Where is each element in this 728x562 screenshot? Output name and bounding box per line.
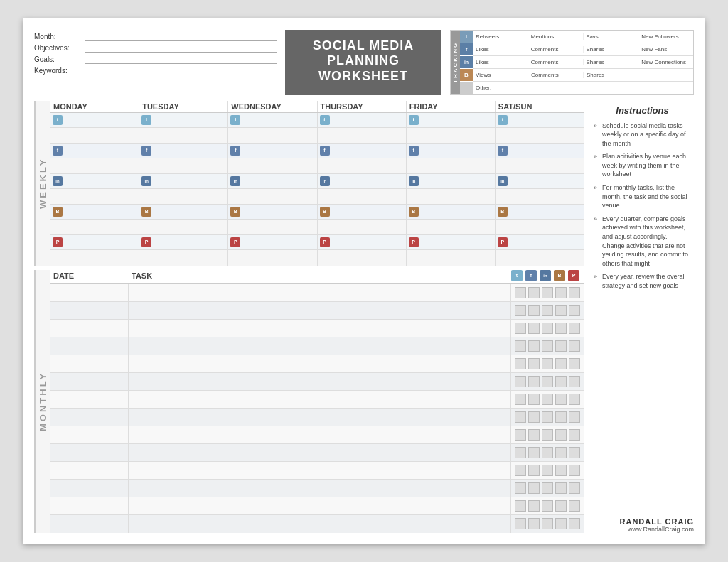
monthly-cb4-f[interactable] [528,340,540,352]
monthly-cb4-li[interactable] [542,340,553,352]
monthly-cb12-bl[interactable] [555,482,567,494]
w-mon-pin[interactable]: P [50,235,139,249]
monthly-task-13[interactable] [129,497,511,514]
monthly-cb5-bl[interactable] [555,358,567,369]
monthly-cb14-li[interactable] [542,518,553,529]
monthly-cb4-pin[interactable] [569,340,580,352]
w-tue-pin-content[interactable] [139,250,228,266]
monthly-date-8[interactable] [50,409,129,426]
monthly-cb11-pin[interactable] [569,465,580,476]
w-tue-fb[interactable]: f [139,144,228,158]
monthly-cb8-bl[interactable] [555,411,567,423]
w-thu-pin-content[interactable] [318,250,407,266]
monthly-cb9-pin[interactable] [569,429,580,441]
monthly-cb3-li[interactable] [542,323,553,334]
monthly-cb1-t[interactable] [515,287,526,298]
monthly-task-8[interactable] [129,409,511,426]
monthly-cb8-pin[interactable] [569,411,580,423]
monthly-task-7[interactable] [129,391,511,408]
monthly-cb7-pin[interactable] [569,394,580,405]
monthly-cb11-li[interactable] [542,465,553,476]
w-fri-pin-content[interactable] [407,250,496,266]
w-thu-twitter[interactable]: t [318,113,407,127]
w-sat-fb-content[interactable] [496,158,584,173]
w-tue-li[interactable]: in [139,174,228,188]
monthly-task-10[interactable] [129,444,511,461]
w-mon-li[interactable]: in [50,174,139,188]
monthly-cb7-li[interactable] [542,394,553,405]
monthly-cb13-f[interactable] [528,500,540,512]
monthly-cb3-bl[interactable] [555,323,567,334]
monthly-cb6-pin[interactable] [569,376,580,387]
monthly-task-11[interactable] [129,462,511,479]
monthly-cb12-li[interactable] [542,482,553,494]
w-sat-t-content[interactable] [496,128,584,143]
w-thu-fb-content[interactable] [318,158,407,173]
w-wed-pin[interactable]: P [228,235,317,249]
monthly-cb2-t[interactable] [515,305,526,316]
monthly-task-5[interactable] [129,355,511,372]
monthly-cb9-li[interactable] [542,429,553,441]
w-fri-fb-content[interactable] [407,158,496,173]
monthly-cb1-li[interactable] [542,287,553,298]
monthly-task-12[interactable] [129,480,511,497]
monthly-cb3-f[interactable] [528,323,540,334]
monthly-cb10-bl[interactable] [555,447,567,458]
monthly-cb8-li[interactable] [542,411,553,423]
w-sat-bl-content[interactable] [496,220,584,234]
w-tue-pin[interactable]: P [139,235,228,249]
monthly-cb10-pin[interactable] [569,447,580,458]
w-fri-li[interactable]: in [407,174,496,188]
w-thu-bl-content[interactable] [318,220,407,234]
w-mon-li-content[interactable] [50,189,139,204]
monthly-cb12-t[interactable] [515,482,526,494]
monthly-date-3[interactable] [50,320,129,337]
w-thu-bl[interactable]: B [318,205,407,219]
w-mon-fb-content[interactable] [50,158,139,173]
monthly-cb6-li[interactable] [542,376,553,387]
monthly-date-7[interactable] [50,391,129,408]
w-wed-bl-content[interactable] [228,220,317,234]
w-tue-bl[interactable]: B [139,205,228,219]
w-fri-li-content[interactable] [407,189,496,204]
monthly-cb3-t[interactable] [515,323,526,334]
w-wed-bl[interactable]: B [228,205,317,219]
w-wed-li[interactable]: in [228,174,317,188]
w-thu-t-content[interactable] [318,128,407,143]
monthly-cb1-pin[interactable] [569,287,580,298]
w-fri-fb[interactable]: f [407,144,496,158]
monthly-cb9-bl[interactable] [555,429,567,441]
monthly-cb4-t[interactable] [515,340,526,352]
monthly-cb13-bl[interactable] [555,500,567,512]
w-wed-fb-content[interactable] [228,158,317,173]
monthly-cb14-f[interactable] [528,518,540,529]
monthly-cb1-bl[interactable] [555,287,567,298]
monthly-date-4[interactable] [50,337,129,355]
monthly-date-6[interactable] [50,373,129,390]
monthly-task-2[interactable] [129,302,511,319]
monthly-cb6-t[interactable] [515,376,526,387]
monthly-date-14[interactable] [50,515,129,533]
monthly-task-14[interactable] [129,515,511,533]
monthly-cb10-li[interactable] [542,447,553,458]
monthly-cb5-li[interactable] [542,358,553,369]
monthly-cb6-bl[interactable] [555,376,567,387]
monthly-cb11-f[interactable] [528,465,540,476]
monthly-cb11-t[interactable] [515,465,526,476]
monthly-cb12-pin[interactable] [569,482,580,494]
monthly-cb13-t[interactable] [515,500,526,512]
monthly-cb8-f[interactable] [528,411,540,423]
w-mon-bl[interactable]: B [50,205,139,219]
w-sat-li[interactable]: in [496,174,584,188]
monthly-date-12[interactable] [50,480,129,497]
w-tue-bl-content[interactable] [139,220,228,234]
w-tue-fb-content[interactable] [139,158,228,173]
w-wed-li-content[interactable] [228,189,317,204]
monthly-cb2-pin[interactable] [569,305,580,316]
monthly-date-9[interactable] [50,426,129,443]
w-sat-bl[interactable]: B [496,205,584,219]
w-sat-pin[interactable]: P [496,235,584,249]
w-fri-bl[interactable]: B [407,205,496,219]
monthly-cb13-li[interactable] [542,500,553,512]
w-mon-bl-content[interactable] [50,220,139,234]
